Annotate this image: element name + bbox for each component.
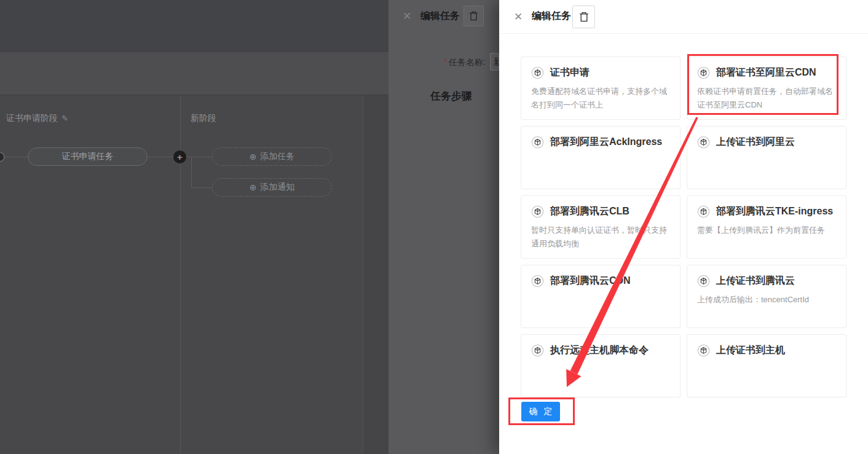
deployment-unit-icon: [531, 205, 544, 218]
close-icon[interactable]: ✕: [514, 10, 523, 23]
task-type-title: 部署到腾讯云CLB: [550, 205, 629, 218]
add-stage-plus-button[interactable]: +: [173, 151, 186, 163]
card-header: 上传证书到腾讯云: [697, 275, 836, 288]
task-type-card[interactable]: 上传证书到主机: [687, 334, 846, 397]
trash-icon: [469, 11, 478, 21]
plus-icon: +: [177, 152, 183, 162]
stage-title-cert-apply: 证书申请阶段✎: [6, 113, 68, 124]
edit-pencil-icon[interactable]: ✎: [61, 114, 68, 123]
task-name-label-text: 任务名称:: [449, 57, 486, 67]
stage-divider: [180, 95, 181, 454]
plus-circle-icon: ⊕: [250, 152, 257, 161]
task-type-title: 部署证书至阿里云CDN: [716, 66, 816, 79]
task-name-value: 新: [494, 57, 499, 66]
task-type-title: 上传证书到主机: [716, 344, 785, 357]
flow-start-node: [0, 152, 5, 162]
task-type-card[interactable]: 部署到腾讯云CLB 暂时只支持单向认证证书，暂时只支持通用负载均衡: [521, 195, 681, 259]
card-header: 部署到阿里云AckIngress: [531, 136, 670, 149]
card-header: 部署到腾讯云TKE-ingress: [697, 205, 836, 218]
deployment-unit-icon: [531, 136, 544, 149]
top-bar: [0, 0, 389, 52]
confirm-button[interactable]: 确 定: [521, 402, 560, 421]
task-type-title: 执行远程主机脚本命令: [550, 344, 649, 357]
connector-line: [148, 157, 173, 157]
close-icon[interactable]: ✕: [403, 10, 411, 23]
task-node-label: 证书申请任务: [62, 151, 114, 162]
task-type-card-grid: 证书申请 免费通配符域名证书申请，支持多个域名打到同一个证书上 部署证书至阿里云…: [521, 57, 846, 397]
card-header: 上传证书到主机: [697, 344, 836, 357]
card-header: 部署到腾讯云CLB: [531, 205, 670, 218]
task-type-card[interactable]: 上传证书到腾讯云 上传成功后输出：tencentCertId: [687, 265, 846, 328]
stage-title-text: 证书申请阶段: [6, 113, 58, 123]
task-type-description: 依赖证书申请前置任务，自动部署域名证书至阿里云CDN: [697, 85, 836, 112]
task-type-card[interactable]: 部署到腾讯云CDN: [521, 265, 681, 328]
add-notification-label: 添加通知: [260, 182, 294, 193]
stage-divider-2: [363, 95, 363, 454]
required-mark: *: [444, 57, 447, 67]
plus-circle-icon: ⊕: [250, 183, 257, 192]
card-header: 证书申请: [531, 66, 670, 79]
deployment-unit-icon: [697, 136, 710, 149]
connector-line: [191, 157, 192, 188]
connector-line: [186, 157, 212, 157]
drawer-header: ✕ 编辑任务: [499, 0, 868, 34]
app-root: 证书申请阶段✎ 新阶段 证书申请任务 + ⊕ 添加任务 ⊕ 添加通知 ✕ 编辑任…: [0, 0, 868, 454]
task-type-card[interactable]: 证书申请 免费通配符域名证书申请，支持多个域名打到同一个证书上: [521, 57, 681, 120]
add-task-label: 添加任务: [260, 151, 294, 162]
stage-title-new-stage: 新阶段: [191, 113, 216, 124]
drawer-title: 编辑任务: [532, 10, 571, 23]
delete-task-button[interactable]: [572, 6, 595, 28]
card-header: 执行远程主机脚本命令: [531, 344, 670, 357]
task-type-description: 免费通配符域名证书申请，支持多个域名打到同一个证书上: [531, 85, 670, 112]
task-type-description: 暂时只支持单向认证证书，暂时只支持通用负载均衡: [531, 224, 670, 251]
card-header: 部署证书至阿里云CDN: [697, 66, 836, 79]
task-type-description: 上传成功后输出：tencentCertId: [697, 293, 836, 307]
deployment-unit-icon: [697, 205, 710, 218]
task-type-title: 部署到腾讯云CDN: [550, 275, 631, 288]
card-header: 部署到腾讯云CDN: [531, 275, 670, 288]
task-type-description: 需要【上传到腾讯云】作为前置任务: [697, 224, 836, 237]
trash-icon: [579, 12, 589, 22]
task-type-card[interactable]: 部署到阿里云AckIngress: [521, 126, 681, 189]
deployment-unit-icon: [697, 66, 710, 79]
stage-title-text: 新阶段: [191, 113, 216, 123]
task-name-input[interactable]: 新: [490, 53, 499, 71]
task-type-card[interactable]: 部署到腾讯云TKE-ingress 需要【上传到腾讯云】作为前置任务: [687, 195, 846, 259]
drawer-title: 编辑任务: [420, 10, 460, 23]
deployment-unit-icon: [531, 275, 544, 288]
task-name-field-label: *任务名称:: [389, 57, 486, 68]
task-node-cert-apply[interactable]: 证书申请任务: [28, 147, 148, 166]
task-type-card[interactable]: 上传证书到阿里云: [687, 126, 846, 189]
canvas-edge-strip: [363, 95, 389, 454]
deployment-unit-icon: [531, 66, 544, 79]
task-type-card-selected[interactable]: 部署证书至阿里云CDN 依赖证书申请前置任务，自动部署域名证书至阿里云CDN: [687, 57, 846, 120]
task-type-title: 部署到腾讯云TKE-ingress: [716, 205, 833, 218]
workflow-canvas: 证书申请阶段✎ 新阶段 证书申请任务 + ⊕ 添加任务 ⊕ 添加通知: [0, 0, 389, 454]
edit-task-drawer-back: ✕ 编辑任务 *任务名称: 新 任务步骤: [389, 0, 499, 454]
task-type-title: 上传证书到腾讯云: [716, 275, 795, 288]
task-steps-heading: 任务步骤: [430, 89, 472, 103]
add-task-button[interactable]: ⊕ 添加任务: [212, 147, 332, 166]
card-header: 上传证书到阿里云: [697, 136, 836, 149]
task-type-card[interactable]: 执行远程主机脚本命令: [521, 334, 681, 397]
add-notification-button[interactable]: ⊕ 添加通知: [212, 178, 332, 197]
delete-task-button[interactable]: [464, 6, 484, 26]
connector-line: [191, 187, 212, 188]
deployment-unit-icon: [697, 344, 710, 357]
task-type-title: 上传证书到阿里云: [716, 136, 795, 149]
toolbar-band: [0, 52, 389, 95]
deployment-unit-icon: [531, 344, 544, 357]
connector-line: [5, 157, 28, 157]
deployment-unit-icon: [697, 275, 710, 288]
task-type-title: 证书申请: [550, 66, 590, 79]
task-type-title: 部署到阿里云AckIngress: [550, 136, 662, 149]
edit-task-drawer-front: ✕ 编辑任务 证书申请 免费通配符域名证书申请，支持多个域名打到同一个证书上: [499, 0, 868, 454]
